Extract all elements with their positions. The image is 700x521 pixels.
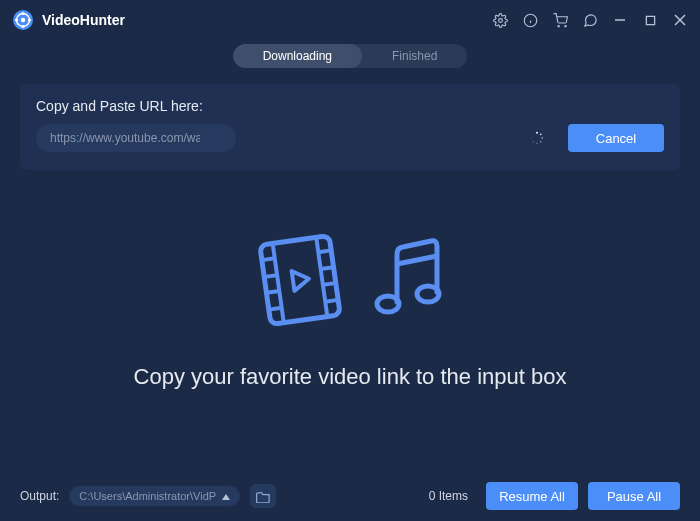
url-row: Cancel <box>36 124 664 152</box>
items-count: 0 Items <box>429 489 468 503</box>
svg-point-23 <box>531 137 532 138</box>
loading-spinner-icon <box>530 131 544 145</box>
maximize-icon[interactable] <box>642 12 658 28</box>
titlebar: VideoHunter <box>0 0 700 40</box>
tabs-container: Downloading Finished <box>233 44 468 68</box>
svg-rect-14 <box>646 16 654 24</box>
svg-line-29 <box>266 291 279 293</box>
svg-point-22 <box>533 141 534 142</box>
tab-downloading[interactable]: Downloading <box>233 44 362 68</box>
output-path-selector[interactable]: C:\Users\Administrator\VidP <box>69 486 240 506</box>
pause-all-button[interactable]: Pause All <box>588 482 680 510</box>
film-icon <box>251 230 349 334</box>
svg-line-31 <box>318 250 331 252</box>
url-input-wrap <box>36 124 556 152</box>
svg-point-17 <box>536 132 538 134</box>
tab-finished[interactable]: Finished <box>362 44 467 68</box>
svg-marker-35 <box>292 269 311 291</box>
svg-point-19 <box>541 137 543 139</box>
url-label: Copy and Paste URL here: <box>36 98 664 114</box>
app-logo <box>12 9 34 31</box>
music-note-icon <box>369 236 449 328</box>
svg-point-2 <box>21 12 24 15</box>
svg-line-32 <box>321 267 334 269</box>
svg-line-34 <box>325 300 338 302</box>
svg-line-27 <box>262 258 275 260</box>
open-folder-button[interactable] <box>250 484 276 508</box>
close-icon[interactable] <box>672 12 688 28</box>
svg-point-21 <box>536 143 537 144</box>
svg-point-5 <box>28 18 31 21</box>
svg-point-18 <box>540 133 542 135</box>
tabs-bar: Downloading Finished <box>0 44 700 68</box>
settings-icon[interactable] <box>492 12 508 28</box>
svg-point-4 <box>15 18 18 21</box>
svg-point-6 <box>21 18 25 22</box>
app-title: VideoHunter <box>42 12 125 28</box>
caret-up-icon <box>222 490 230 502</box>
url-input[interactable] <box>36 124 236 152</box>
svg-point-7 <box>498 18 502 22</box>
cancel-button[interactable]: Cancel <box>568 124 664 152</box>
feedback-icon[interactable] <box>582 12 598 28</box>
illustration <box>251 230 449 334</box>
info-icon[interactable] <box>522 12 538 28</box>
output-path-text: C:\Users\Administrator\VidP <box>79 490 216 502</box>
output-label: Output: <box>20 489 59 503</box>
svg-point-3 <box>21 25 24 28</box>
svg-point-20 <box>540 141 542 143</box>
resume-all-button[interactable]: Resume All <box>486 482 578 510</box>
minimize-icon[interactable] <box>612 12 628 28</box>
cart-icon[interactable] <box>552 12 568 28</box>
empty-state-message: Copy your favorite video link to the inp… <box>134 364 567 390</box>
svg-point-11 <box>558 25 559 26</box>
url-panel: Copy and Paste URL here: Cancel <box>20 84 680 170</box>
svg-marker-39 <box>222 494 230 500</box>
titlebar-left: VideoHunter <box>12 9 125 31</box>
footer: Output: C:\Users\Administrator\VidP 0 It… <box>0 471 700 521</box>
svg-line-36 <box>397 256 437 264</box>
titlebar-controls <box>492 12 688 28</box>
main-content: Copy your favorite video link to the inp… <box>0 170 700 390</box>
svg-line-33 <box>323 283 336 285</box>
svg-line-30 <box>269 308 282 310</box>
svg-point-12 <box>564 25 565 26</box>
svg-line-28 <box>264 275 277 277</box>
folder-icon <box>256 490 271 503</box>
